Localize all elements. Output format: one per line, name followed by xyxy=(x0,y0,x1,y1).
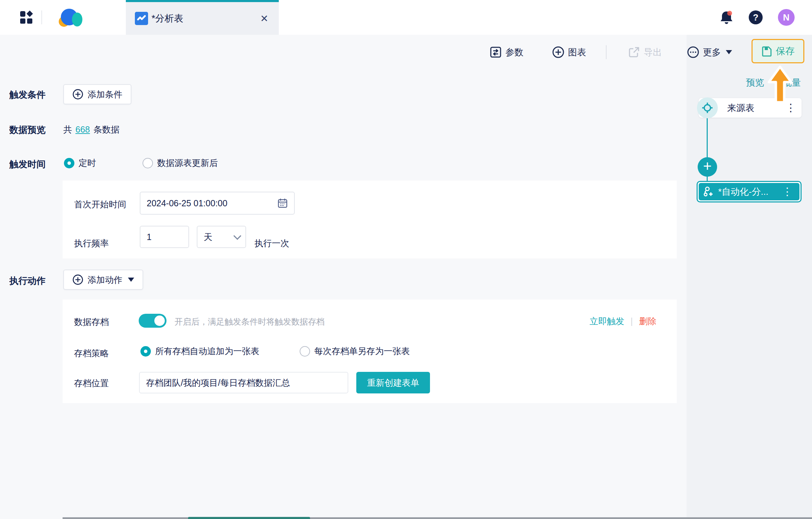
save-icon xyxy=(761,46,772,57)
app-root: *分析表 ✕ ? N 参数 图表 导出 xyxy=(0,0,812,519)
location-value: 存档团队/我的项目/每日存档数据汇总 xyxy=(146,377,290,389)
sheet-chart-icon xyxy=(135,12,148,25)
schedule-panel: 首次开始时间 2024-06-25 01:00:00 执行频率 1 天 执行一次 xyxy=(63,181,677,258)
frequency-label: 执行频率 xyxy=(74,238,109,249)
add-node-button[interactable]: + xyxy=(698,157,717,177)
params-button[interactable]: 参数 xyxy=(489,44,523,61)
cursor-arrow-icon xyxy=(767,65,793,104)
horizontal-scrollbar-thumb[interactable] xyxy=(188,517,310,519)
automation-icon xyxy=(703,186,714,197)
frequency-unit-value: 天 xyxy=(204,231,212,243)
first-start-time-value: 2024-06-25 01:00:00 xyxy=(147,198,277,208)
action-divider: | xyxy=(631,316,633,326)
params-icon xyxy=(489,46,502,58)
source-node-menu-icon[interactable]: ⋮ xyxy=(780,103,802,113)
help-icon[interactable]: ? xyxy=(749,10,763,24)
count-suffix: 条数据 xyxy=(94,124,120,135)
archive-actions: 立即触发 | 删除 xyxy=(590,316,657,327)
add-action-caret-icon xyxy=(128,278,134,282)
frequency-suffix: 执行一次 xyxy=(254,238,289,249)
add-action-button[interactable]: 添加动作 xyxy=(63,270,143,290)
export-icon xyxy=(628,46,640,58)
archive-hint: 开启后，满足触发条件时将触发数据存档 xyxy=(174,316,325,327)
source-target-icon xyxy=(697,97,718,118)
save-button[interactable]: 保存 xyxy=(752,39,804,63)
chart-button[interactable]: 图表 xyxy=(552,44,586,61)
chevron-down-icon xyxy=(234,232,242,240)
params-label: 参数 xyxy=(505,46,523,58)
save-label: 保存 xyxy=(776,45,795,57)
plus-circle-icon xyxy=(552,46,565,58)
tab-title: *分析表 xyxy=(152,12,259,25)
radio-append-one-table[interactable] xyxy=(140,346,151,357)
radio-append-one-table-label: 所有存档自动追加为一张表 xyxy=(155,345,259,357)
data-preview-value: 共 668 条数据 xyxy=(63,124,120,135)
delete-link[interactable]: 删除 xyxy=(639,316,657,327)
top-bar: *分析表 ✕ ? N xyxy=(0,0,812,35)
radio-separate-table-label: 每次存档单另存为一张表 xyxy=(314,345,410,357)
record-count-link[interactable]: 668 xyxy=(75,125,90,135)
frequency-input[interactable]: 1 xyxy=(140,226,189,248)
frequency-value: 1 xyxy=(147,232,152,242)
add-condition-button[interactable]: 添加条件 xyxy=(63,84,131,104)
automation-node-body: *自动化-分... ⋮ xyxy=(699,183,799,200)
app-grid-icon[interactable] xyxy=(19,10,33,24)
horizontal-scrollbar-track[interactable] xyxy=(63,517,812,519)
strategy-label: 存档策略 xyxy=(74,348,109,359)
strategy-options: 所有存档自动追加为一张表 每次存档单另存为一张表 xyxy=(140,345,410,357)
data-preview-label: 数据预览 xyxy=(9,124,46,136)
radio-separate-table[interactable] xyxy=(300,346,310,357)
tab-close-icon[interactable]: ✕ xyxy=(259,11,270,26)
more-button[interactable]: 更多 xyxy=(687,44,732,61)
automation-node-label: *自动化-分... xyxy=(718,186,777,198)
data-archive-label: 数据存档 xyxy=(74,316,109,328)
archive-toggle[interactable] xyxy=(139,314,167,328)
more-caret-icon xyxy=(726,50,732,54)
chart-label: 图表 xyxy=(568,46,586,58)
radio-after-source-update[interactable] xyxy=(143,158,153,168)
more-icon xyxy=(687,46,699,58)
add-action-label: 添加动作 xyxy=(88,274,122,286)
trigger-time-options: 定时 数据源表更新后 xyxy=(64,157,218,169)
topbar-divider xyxy=(41,10,42,24)
location-input[interactable]: 存档团队/我的项目/每日存档数据汇总 xyxy=(139,372,348,393)
toolbar-divider xyxy=(606,45,607,59)
first-start-time-label: 首次开始时间 xyxy=(74,199,126,210)
export-label: 导出 xyxy=(644,46,662,58)
plus-circle-icon xyxy=(72,89,83,100)
trigger-time-label: 触发时间 xyxy=(9,158,46,170)
location-label: 存档位置 xyxy=(74,377,109,389)
frequency-unit-select[interactable]: 天 xyxy=(197,226,246,248)
recreate-form-label: 重新创建表单 xyxy=(367,377,419,389)
recreate-form-button[interactable]: 重新创建表单 xyxy=(356,372,430,393)
flow-connector xyxy=(707,118,708,158)
add-condition-label: 添加条件 xyxy=(88,89,122,100)
automation-node-selected[interactable]: *自动化-分... ⋮ xyxy=(697,181,802,202)
tab-preview[interactable]: 预览 xyxy=(746,77,764,89)
count-prefix: 共 xyxy=(63,124,72,135)
radio-scheduled-label: 定时 xyxy=(79,157,96,169)
first-start-time-input[interactable]: 2024-06-25 01:00:00 xyxy=(140,192,295,215)
action-label: 执行动作 xyxy=(9,275,46,287)
automation-node-menu-icon[interactable]: ⋮ xyxy=(777,186,798,197)
radio-after-source-update-label: 数据源表更新后 xyxy=(157,157,218,169)
calendar-icon[interactable] xyxy=(277,198,288,208)
user-avatar[interactable]: N xyxy=(778,9,795,26)
radio-scheduled[interactable] xyxy=(64,158,74,168)
trigger-condition-label: 触发条件 xyxy=(9,89,46,101)
export-button[interactable]: 导出 xyxy=(628,44,662,61)
notification-bell-icon[interactable] xyxy=(719,10,734,25)
plus-circle-icon xyxy=(72,274,83,285)
more-label: 更多 xyxy=(703,46,721,58)
trigger-now-link[interactable]: 立即触发 xyxy=(590,316,624,327)
tab-analysis-sheet[interactable]: *分析表 ✕ xyxy=(126,0,279,35)
archive-panel: 数据存档 开启后，满足触发条件时将触发数据存档 立即触发 | 删除 存档策略 所… xyxy=(63,300,677,403)
brand-logo-icon[interactable] xyxy=(58,8,83,27)
